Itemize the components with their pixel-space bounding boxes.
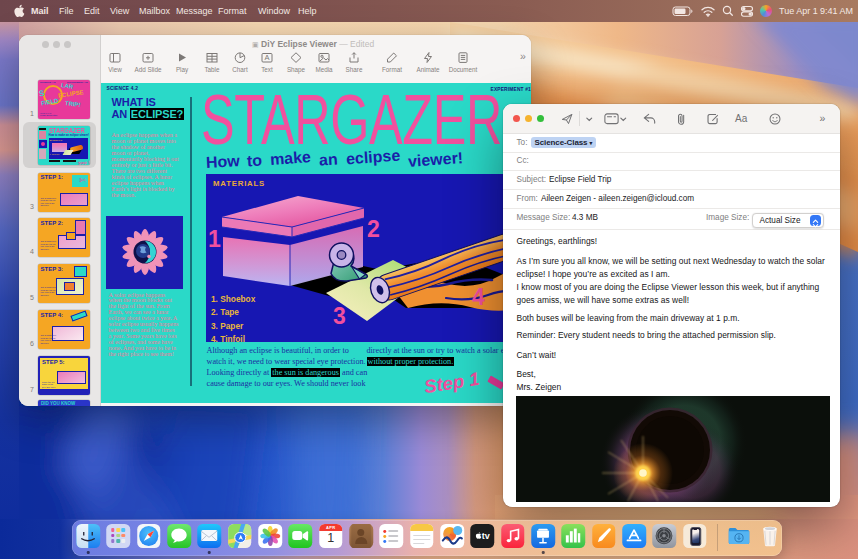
svg-text:A: A	[264, 53, 269, 62]
